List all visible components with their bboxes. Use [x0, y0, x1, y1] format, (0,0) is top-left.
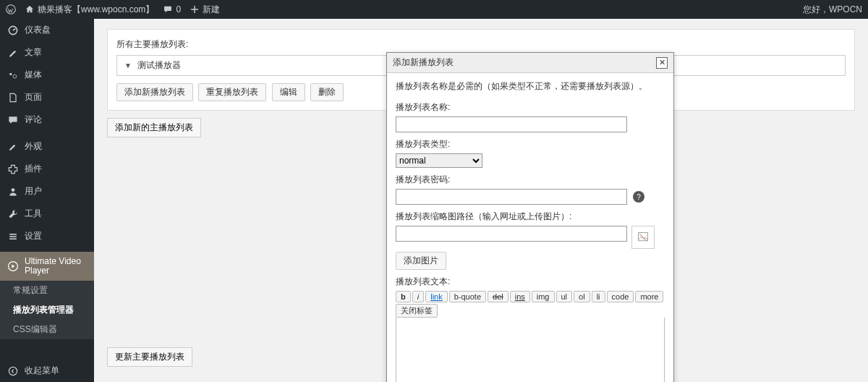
account-greeting[interactable]: 您好，WPOCN: [803, 4, 862, 16]
qt-b[interactable]: b: [396, 291, 411, 302]
close-icon[interactable]: ✕: [656, 57, 668, 69]
collapse-menu[interactable]: 收起菜单: [0, 360, 94, 382]
menu-media[interactable]: 媒体: [0, 64, 94, 86]
menu-dashboard[interactable]: 仪表盘: [0, 19, 94, 41]
playlist-name-input[interactable]: [396, 116, 627, 132]
qt-code[interactable]: code: [607, 291, 634, 302]
playlist-thumb-input[interactable]: [396, 226, 627, 242]
qt-ins[interactable]: ins: [510, 291, 530, 302]
playlist-selected-name: 测试播放器: [137, 59, 181, 72]
playlist-password-label: 播放列表密码:: [396, 174, 665, 186]
menu-ultimate-video-player[interactable]: Ultimate Video Player: [0, 252, 94, 281]
qt-del[interactable]: del: [488, 291, 509, 302]
new-content-link[interactable]: 新建: [190, 4, 220, 16]
new-label: 新建: [203, 4, 220, 16]
playlist-type-label: 播放列表类型:: [396, 138, 665, 150]
add-new-main-playlist-button[interactable]: 添加新的主播放列表: [107, 118, 201, 137]
svg-point-2: [9, 72, 12, 75]
dialog-titlebar[interactable]: 添加新播放列表 ✕: [387, 53, 673, 73]
wp-logo[interactable]: [6, 4, 16, 14]
submenu: 常规设置 播放列表管理器 CSS编辑器: [0, 281, 94, 339]
qt-ol[interactable]: ol: [574, 291, 590, 302]
svg-rect-7: [9, 238, 17, 239]
admin-toolbar: 糖果播客【www.wpocn.com】 0 新建 您好，WPOCN: [0, 0, 868, 19]
duplicate-playlist-button[interactable]: 重复播放列表: [198, 83, 266, 101]
menu-comments[interactable]: 评论: [0, 109, 94, 131]
svg-rect-5: [9, 234, 17, 235]
svg-point-0: [7, 5, 16, 14]
playlist-text-editor[interactable]: [396, 318, 665, 382]
menu-posts[interactable]: 文章: [0, 41, 94, 64]
add-image-button[interactable]: 添加图片: [396, 252, 446, 270]
svg-point-4: [12, 188, 15, 192]
add-playlist-button[interactable]: 添加新播放列表: [116, 83, 193, 101]
qt-img[interactable]: img: [532, 291, 555, 302]
comments-count: 0: [176, 4, 181, 14]
menu-plugins[interactable]: 插件: [0, 158, 94, 180]
qt-li[interactable]: li: [592, 291, 605, 302]
broken-image-icon: [631, 226, 655, 249]
submenu-playlist-manager[interactable]: 播放列表管理器: [0, 300, 94, 320]
qt-close-tags[interactable]: 关闭标签: [396, 304, 438, 318]
qt-link[interactable]: link: [425, 291, 448, 302]
menu-pages[interactable]: 页面: [0, 86, 94, 109]
playlist-text-label: 播放列表文本:: [396, 276, 665, 288]
comments-link[interactable]: 0: [163, 4, 181, 14]
submenu-general[interactable]: 常规设置: [0, 281, 94, 300]
menu-tools[interactable]: 工具: [0, 203, 94, 225]
qt-i[interactable]: i: [412, 291, 424, 302]
playlist-password-input[interactable]: [396, 189, 627, 205]
playlist-name-label: 播放列表名称:: [396, 101, 665, 114]
svg-point-3: [13, 75, 17, 78]
qt-ul[interactable]: ul: [556, 291, 573, 302]
dialog-hint: 播放列表名称是必需的（如果类型不正常，还需要播放列表源）。: [396, 80, 665, 93]
svg-point-9: [9, 367, 17, 375]
edit-playlist-button[interactable]: 编辑: [272, 83, 305, 101]
admin-sidebar: 仪表盘 文章 媒体 页面 评论 外观 插件 用户 工具 设置 Ultimate …: [0, 19, 94, 382]
all-playlists-label: 所有主要播放列表:: [116, 38, 846, 51]
help-icon[interactable]: ?: [633, 191, 644, 203]
menu-settings[interactable]: 设置: [0, 225, 94, 247]
menu-appearance[interactable]: 外观: [0, 135, 94, 158]
quicktags-toolbar: b i link b-quote del ins img ul ol li co…: [396, 291, 665, 318]
delete-playlist-button[interactable]: 删除: [310, 83, 344, 101]
dialog-title: 添加新播放列表: [393, 56, 454, 69]
submenu-css-editor[interactable]: CSS编辑器: [0, 320, 94, 339]
site-home-link[interactable]: 糖果播客【www.wpocn.com】: [25, 4, 154, 16]
playlist-thumb-label: 播放列表缩略图路径（输入网址或上传图片）:: [396, 211, 665, 223]
qt-bquote[interactable]: b-quote: [449, 291, 486, 302]
qt-more[interactable]: more: [635, 291, 663, 302]
content-area: 所有主要播放列表: ▼ 测试播放器 添加新播放列表 重复播放列表 编辑 删除 添…: [94, 19, 868, 382]
update-main-playlist-button[interactable]: 更新主要播放列表: [107, 347, 192, 367]
svg-rect-6: [9, 236, 17, 237]
add-playlist-dialog: 添加新播放列表 ✕ 播放列表名称是必需的（如果类型不正常，还需要播放列表源）。 …: [386, 52, 674, 382]
playlist-type-select[interactable]: normal: [396, 153, 482, 168]
menu-users[interactable]: 用户: [0, 180, 94, 203]
site-name: 糖果播客【www.wpocn.com】: [38, 4, 154, 16]
chevron-down-icon: ▼: [124, 61, 132, 69]
